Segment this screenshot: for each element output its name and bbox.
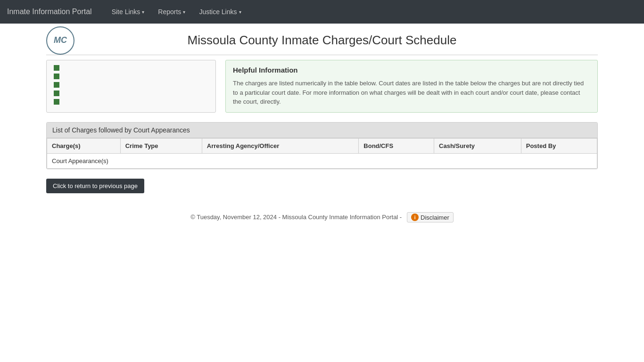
court-appearances-row: Court Appearance(s) <box>47 154 597 169</box>
nav-item-site-links[interactable]: Site Links ▾ <box>106 4 150 19</box>
charges-table: Charge(s) Crime Type Arresting Agency/Of… <box>47 138 597 169</box>
inmate-info-box <box>46 60 216 113</box>
header-row: MC Missoula County Inmate Charges/Court … <box>46 33 598 55</box>
inmate-row-5 <box>54 99 208 105</box>
charges-section: List of Charges followed by Court Appear… <box>46 122 598 169</box>
col-header-charges: Charge(s) <box>47 139 121 154</box>
nav-items: Site Links ▾ Reports ▾ Justice Links ▾ <box>106 4 247 19</box>
helpful-text: The charges are listed numerically in th… <box>233 79 590 107</box>
green-square-icon <box>54 90 59 96</box>
court-appearances-cell: Court Appearance(s) <box>47 154 597 169</box>
inmate-row-2 <box>54 74 208 79</box>
green-square-icon <box>54 99 59 105</box>
green-square-icon <box>54 65 59 71</box>
inmate-row-3 <box>54 82 208 88</box>
logo: MC <box>46 26 74 55</box>
site-links-caret-icon: ▾ <box>142 9 144 15</box>
main-container: MC Missoula County Inmate Charges/Court … <box>39 24 605 241</box>
col-header-arresting-agency: Arresting Agency/Officer <box>202 139 358 154</box>
disclaimer-icon: i <box>411 214 419 221</box>
navbar: Inmate Information Portal Site Links ▾ R… <box>0 0 644 24</box>
footer: © Tuesday, November 12, 2024 - Missoula … <box>46 207 598 232</box>
col-header-cash-surety: Cash/Surety <box>434 139 521 154</box>
nav-item-reports[interactable]: Reports ▾ <box>152 4 191 19</box>
inmate-row-1 <box>54 65 208 71</box>
page-title: Missoula County Inmate Charges/Court Sch… <box>188 33 457 48</box>
nav-item-justice-links[interactable]: Justice Links ▾ <box>193 4 247 19</box>
disclaimer-label: Disclaimer <box>421 214 449 221</box>
col-header-posted-by: Posted By <box>521 139 597 154</box>
footer-copyright: © Tuesday, November 12, 2024 - Missoula … <box>190 214 402 221</box>
helpful-info-box: Helpful Information The charges are list… <box>225 60 598 113</box>
info-section: Helpful Information The charges are list… <box>46 60 598 113</box>
back-button[interactable]: Click to return to previous page <box>46 179 144 193</box>
navbar-brand[interactable]: Inmate Information Portal <box>7 8 92 16</box>
inmate-row-4 <box>54 90 208 96</box>
green-square-icon <box>54 74 59 79</box>
col-header-crime-type: Crime Type <box>120 139 202 154</box>
disclaimer-button[interactable]: i Disclaimer <box>407 212 454 222</box>
charges-header: List of Charges followed by Court Appear… <box>47 123 597 138</box>
helpful-title: Helpful Information <box>233 66 590 74</box>
reports-caret-icon: ▾ <box>183 9 185 15</box>
green-square-icon <box>54 82 59 88</box>
logo-area: MC <box>46 26 74 55</box>
col-header-bond-cfs: Bond/CFS <box>359 139 434 154</box>
justice-links-caret-icon: ▾ <box>239 9 241 15</box>
table-header-row: Charge(s) Crime Type Arresting Agency/Of… <box>47 139 597 154</box>
